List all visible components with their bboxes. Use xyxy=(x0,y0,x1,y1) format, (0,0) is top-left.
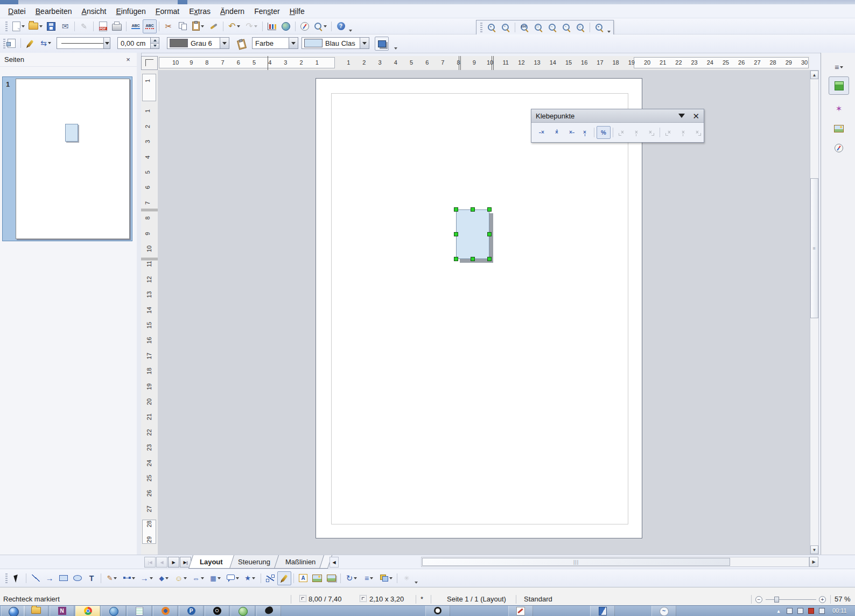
glue-point-relative-button[interactable]: % xyxy=(597,126,611,139)
line-style-dropdown-icon[interactable] xyxy=(103,38,110,48)
line-width-field[interactable]: 0,00 cm xyxy=(117,37,159,49)
open-folder-button[interactable] xyxy=(27,19,44,33)
dropdown-caret-icon[interactable] xyxy=(370,577,373,579)
selection-handle[interactable] xyxy=(487,207,492,212)
spin-down-icon[interactable] xyxy=(151,44,159,49)
menu-extras[interactable]: Extras xyxy=(184,5,215,17)
horizontal-ruler[interactable]: 1098765432112345678910111213141516171819… xyxy=(158,56,810,71)
new-document-button[interactable] xyxy=(10,19,27,33)
tab-scroll-left-icon[interactable]: ◀ xyxy=(330,557,339,568)
line-color-value[interactable]: Grau 6 xyxy=(188,39,215,47)
scroll-down-icon[interactable]: ▼ xyxy=(810,545,818,554)
taskbar-app-o-black[interactable] xyxy=(205,606,229,616)
pan-shift-button[interactable]: + xyxy=(592,20,606,34)
scroll-up-icon[interactable]: ▲ xyxy=(810,71,818,79)
selection-handle[interactable] xyxy=(454,207,458,212)
taskbar-app-red-pencil[interactable] xyxy=(508,606,533,616)
taskbar-app-blue-doc[interactable] xyxy=(590,606,615,616)
callouts-button[interactable] xyxy=(224,571,241,585)
cut-button[interactable]: ✂ xyxy=(162,19,176,33)
text-button[interactable]: T xyxy=(85,571,99,585)
rotate-button[interactable]: ↻ xyxy=(343,571,360,585)
drawing-page[interactable] xyxy=(316,78,642,538)
zoom-slider-track[interactable] xyxy=(766,599,816,600)
export-pdf-button[interactable] xyxy=(96,19,110,33)
zoom-out-button[interactable]: − xyxy=(755,596,762,603)
taskbar-app-o-ring[interactable] xyxy=(425,606,450,616)
insert-chart-button[interactable] xyxy=(265,19,279,33)
dropdown-caret-icon[interactable] xyxy=(237,25,240,27)
selection-handle[interactable] xyxy=(471,257,475,261)
horizontal-scrollbar-thumb[interactable]: ||| xyxy=(422,558,730,566)
tab-layout[interactable]: Layout xyxy=(188,555,234,569)
toolbar-grip[interactable] xyxy=(480,23,482,32)
arrange-button[interactable] xyxy=(377,571,395,585)
zoom-optimal-button[interactable]: ▫ xyxy=(559,20,573,34)
toolbar-menu-dropdown-icon[interactable] xyxy=(678,114,685,118)
from-file-button[interactable] xyxy=(310,571,324,585)
print-button[interactable] xyxy=(110,19,124,33)
selection-handle[interactable] xyxy=(487,232,492,236)
status-template[interactable]: Standard xyxy=(524,595,552,603)
line-style-combo[interactable] xyxy=(57,37,110,49)
tray-icon-1[interactable] xyxy=(785,606,794,616)
taskbar-app-green-orb[interactable] xyxy=(230,606,255,616)
sidebar-properties-button[interactable] xyxy=(829,76,849,95)
sidebar-styles-button[interactable]: ✶ xyxy=(829,99,849,117)
tray-icon-3[interactable] xyxy=(817,606,826,616)
lines-arrows-button[interactable]: → xyxy=(138,571,155,585)
area-style-dropdown-icon[interactable] xyxy=(289,38,298,48)
exit-direction-top-button[interactable] xyxy=(550,126,564,139)
horizontal-scrollbar[interactable]: ||| xyxy=(421,557,809,567)
dropdown-caret-icon[interactable] xyxy=(254,25,257,27)
exit-direction-left-button[interactable] xyxy=(536,126,550,139)
spin-up-icon[interactable] xyxy=(151,38,159,44)
line-color-dropdown-icon[interactable] xyxy=(220,38,229,48)
menu-hilfe[interactable]: Hilfe xyxy=(285,5,310,17)
line-button[interactable] xyxy=(29,571,43,585)
zoom-in-button[interactable]: + xyxy=(819,596,826,603)
taskbar-app-p-blue[interactable] xyxy=(179,606,204,616)
exit-direction-bottom-button[interactable] xyxy=(578,126,592,139)
dropdown-caret-icon[interactable] xyxy=(184,577,187,579)
zoom-in-button[interactable]: + xyxy=(485,20,499,34)
sidebar-sidebar-menu-button[interactable]: ≡ xyxy=(829,58,849,76)
toolbar-overflow-icon[interactable] xyxy=(393,38,398,51)
tab-malinien[interactable]: Maßlinien xyxy=(274,555,327,569)
taskbar-explorer[interactable] xyxy=(24,606,48,616)
select-button[interactable] xyxy=(10,571,24,585)
tray-icon-2[interactable] xyxy=(796,606,804,616)
selection-handle[interactable] xyxy=(487,257,492,261)
dropdown-caret-icon[interactable] xyxy=(39,25,43,27)
help-button[interactable] xyxy=(334,19,348,33)
curve-button[interactable]: ✎ xyxy=(103,571,121,585)
taskbar-start-orb[interactable] xyxy=(1,606,26,616)
ellipse-button[interactable] xyxy=(71,571,85,585)
block-arrows-button[interactable]: ⇔ xyxy=(190,571,207,585)
line-arrow-end-button[interactable]: → xyxy=(43,571,57,585)
dropdown-caret-icon[interactable] xyxy=(201,577,204,579)
taskbar-app-blue-swirl[interactable] xyxy=(101,606,126,616)
dropdown-caret-icon[interactable] xyxy=(324,25,327,27)
hyperlink-button[interactable] xyxy=(279,19,293,33)
taskbar-openoffice[interactable] xyxy=(651,606,676,616)
edit-points-mode-button[interactable] xyxy=(4,36,18,50)
exit-direction-right-button[interactable] xyxy=(564,126,578,139)
zoom-100-button[interactable]: 100 xyxy=(517,20,531,34)
status-page[interactable]: Seite 1 / 1 (Layout) xyxy=(447,595,506,603)
paste-button[interactable] xyxy=(190,19,207,33)
shadow-toggle-button[interactable] xyxy=(375,37,389,51)
taskbar-chrome[interactable] xyxy=(75,606,100,616)
line-color-combo[interactable]: Grau 6 xyxy=(167,37,229,49)
vertical-scrollbar-thumb[interactable]: ≡ xyxy=(810,178,818,318)
toolbar-overflow-icon[interactable] xyxy=(348,20,353,33)
taskbar-notepad[interactable] xyxy=(127,606,152,616)
dropdown-caret-icon[interactable] xyxy=(132,577,135,579)
taskbar-app-black[interactable] xyxy=(256,606,281,616)
format-paintbrush-button[interactable] xyxy=(207,19,221,33)
send-email-button[interactable]: ✉ xyxy=(58,19,72,33)
zoom-page-width-button[interactable]: ↔ xyxy=(545,20,559,34)
vertical-ruler[interactable]: 1123456789101112131415161718192021222324… xyxy=(141,70,158,555)
tab-nav-next-icon[interactable]: ▶ xyxy=(168,557,179,568)
glue-points-button[interactable] xyxy=(277,571,291,585)
